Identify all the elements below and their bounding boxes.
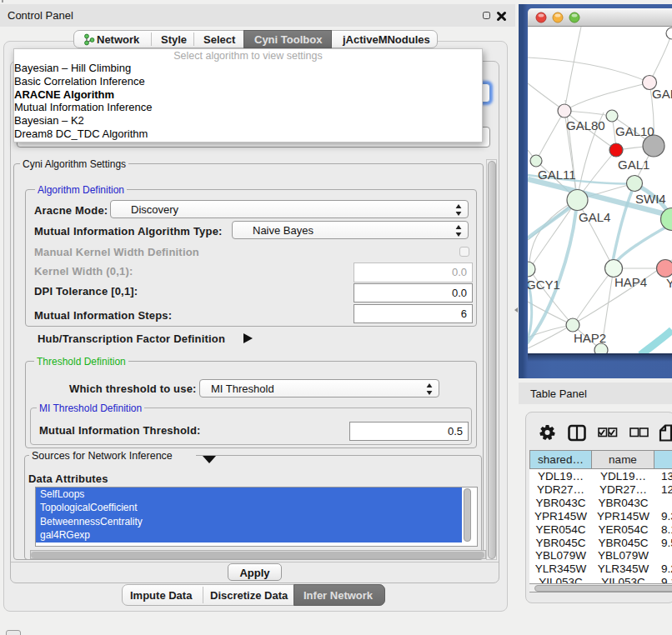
svg-text:GAL10: GAL10 xyxy=(615,124,654,138)
svg-text:GAL1: GAL1 xyxy=(618,158,649,172)
svg-text:GAL4: GAL4 xyxy=(579,210,610,224)
svg-text:GAL7: GAL7 xyxy=(652,87,672,101)
svg-text:GAL80: GAL80 xyxy=(566,118,605,132)
svg-text:SWI4: SWI4 xyxy=(635,192,666,206)
svg-text:YM: YM xyxy=(666,276,672,290)
svg-text:HAP2: HAP2 xyxy=(574,331,606,345)
svg-text:GAL11: GAL11 xyxy=(538,168,576,182)
svg-text:HAP4: HAP4 xyxy=(614,275,647,289)
svg-text:GCY1: GCY1 xyxy=(528,278,560,292)
